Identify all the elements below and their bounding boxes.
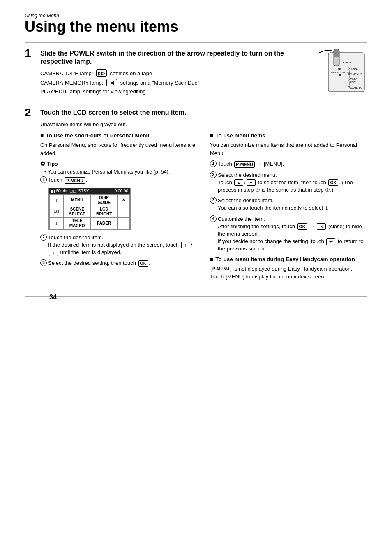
down-btn: ↓: [49, 250, 58, 256]
page-subtitle: Using the Menu: [25, 13, 59, 19]
personal-menu-text: On Personal Menu, short-cuts for frequen…: [40, 141, 198, 157]
footer: 34: [25, 297, 367, 317]
svg-text:TAPE: TAPE: [351, 67, 358, 70]
use-menu-heading: To use menu items: [210, 132, 367, 139]
menu-screenshot: ▮▮60min ◻◻ STBY 0:00:00 ↑ MENU DISPGUIDE…: [48, 188, 131, 230]
svg-point-3: [338, 68, 341, 70]
ok-btn-3: OK: [297, 223, 307, 230]
page-number: 34: [49, 294, 57, 301]
circled-3: 3: [40, 259, 47, 266]
easy-handycam-text: P-MENU is not displayed during Easy Hand…: [210, 265, 367, 281]
camera-memory-text: settings on a "Memory Stick Duo": [119, 80, 199, 86]
menu-top-bar-left: ▮▮60min ◻◻ STBY: [51, 189, 89, 193]
menu-grid: ↑ MENU DISPGUIDE × 1/3 SCENESELECT LCDBR…: [49, 194, 130, 229]
up-arrow-btn: ▲: [234, 179, 243, 186]
left-step-1: 1 Touch P-MENU.: [40, 176, 198, 184]
power-switch-svg: POWER MODE ON OFF TAPE MEMORY PLAY EDIT …: [306, 45, 367, 95]
svg-text:CAMERA: CAMERA: [350, 86, 362, 89]
menu-item-menu: MENU: [64, 194, 91, 206]
step-1: 1 Slide the POWER switch in the directio…: [25, 49, 367, 97]
svg-text:MODE: MODE: [331, 71, 339, 74]
menu-page-num: 1/3: [49, 206, 64, 218]
camera-tape-text: settings on a tape: [108, 70, 152, 76]
right-step-1: 1 Touch P-MENU → [MENU].: [210, 160, 367, 168]
ok-btn-1: OK: [138, 260, 148, 267]
circled-2: 2: [40, 234, 47, 241]
left-column: To use the short-cuts of Personal Menu O…: [40, 132, 198, 284]
menu-item-lcd-bright: LCDBRIGHT: [91, 206, 118, 218]
menu-cell-empty: [118, 206, 130, 218]
right-circled-2: 2: [210, 171, 217, 178]
step-1-heading: Slide the POWER switch in the direction …: [40, 49, 297, 67]
camera-memory-label: CAMERA-MEMORY lamp:: [40, 80, 105, 86]
menu-status: ▮▮60min ◻◻ STBY: [51, 189, 89, 193]
right-step-3-content: Select the desired item. You can also to…: [218, 197, 367, 212]
menu-down-arrow: ↓: [49, 218, 64, 229]
svg-rect-2: [334, 50, 339, 57]
left-step-1-content: Touch P-MENU.: [48, 176, 198, 184]
right-step-4-content: Customize the item. After finishing the …: [218, 215, 367, 253]
menu-item-fader: FADER: [91, 218, 118, 229]
menu-top-bar: ▮▮60min ◻◻ STBY 0:00:00: [49, 188, 130, 194]
easy-handycam-heading: To use menu items during Easy Handycam o…: [210, 256, 367, 262]
camera-memory-line: CAMERA-MEMORY lamp: ◀ settings on a "Mem…: [40, 79, 297, 86]
tips-icon: ✿: [40, 160, 45, 167]
right-circled-3: 3: [210, 197, 217, 204]
ok-btn-2: OK: [328, 179, 338, 186]
pmenu-box-2: P-MENU: [234, 161, 254, 168]
step-2-subtext: Unavailable items will be grayed out.: [40, 120, 367, 129]
play-edit-text: PLAY/EDIT lamp: settings for viewing/edi…: [40, 88, 146, 95]
menu-item-disp-guide: DISPGUIDE: [91, 194, 118, 206]
left-step-3: 3 Select the desired setting, then touch…: [40, 259, 198, 267]
menu-item-scene-select: SCENESELECT: [64, 206, 91, 218]
menu-cell-empty-2: [118, 218, 130, 229]
camera-tape-label: CAMERA-TAPE lamp:: [40, 70, 95, 76]
step-2: 2 Touch the LCD screen to select the men…: [25, 109, 367, 284]
right-step-3: 3 Select the desired item. You can also …: [210, 197, 367, 212]
circled-1: 1: [40, 176, 47, 183]
down-arrow-btn: ▼: [247, 179, 256, 186]
right-circled-4: 4: [210, 215, 217, 222]
left-step-2: 2 Touch the desired item. If the desired…: [40, 234, 198, 257]
play-edit-line: PLAY/EDIT lamp: settings for viewing/edi…: [40, 88, 297, 95]
menu-item-tele-macro: TELEMACRO: [64, 218, 91, 229]
step-1-number: 1: [25, 48, 40, 59]
camera-tape-line: CAMERA-TAPE lamp: ▷▷ settings on a tape: [40, 69, 297, 77]
right-step-1-content: Touch P-MENU → [MENU].: [218, 160, 367, 168]
memory-icon: ◀: [106, 79, 117, 86]
personal-menu-heading: To use the short-cuts of Personal Menu: [40, 132, 198, 139]
right-circled-1: 1: [210, 160, 217, 167]
svg-text:POWER: POWER: [342, 61, 351, 64]
use-menu-text: You can customize menu items that are no…: [210, 141, 367, 157]
svg-point-7: [339, 74, 341, 76]
step-2-content: Touch the LCD screen to select the menu …: [40, 109, 367, 284]
menu-time: 0:00:00: [115, 189, 128, 193]
step-2-heading: Touch the LCD screen to select the menu …: [40, 109, 367, 117]
left-step-3-content: Select the desired setting, then touch O…: [48, 259, 198, 267]
left-step-2-content: Touch the desired item. If the desired i…: [48, 234, 198, 257]
close-btn: ×: [317, 223, 326, 230]
section-divider-1: [25, 42, 367, 43]
step-2-number: 2: [25, 107, 40, 118]
back-btn: ↩: [326, 238, 335, 245]
tips-heading: ✿ Tips: [40, 160, 198, 167]
right-step-2-content: Select the desired menu. Touch ▲/▼ to se…: [218, 171, 367, 194]
power-switch-diagram: POWER MODE ON OFF TAPE MEMORY PLAY EDIT …: [306, 45, 367, 95]
menu-close-btn: ×: [118, 194, 130, 206]
right-step-2: 2 Select the desired menu. Touch ▲/▼ to …: [210, 171, 367, 194]
pmenu-box-3: P-MENU: [211, 266, 231, 272]
pmenu-box: P-MENU: [65, 177, 85, 184]
right-step-4: 4 Customize the item. After finishing th…: [210, 215, 367, 253]
step-1-content: Slide the POWER switch in the direction …: [40, 49, 367, 97]
up-btn: ↑: [181, 242, 190, 248]
step-1-text: Slide the POWER switch in the direction …: [40, 49, 297, 97]
tape-icon: ▷▷: [96, 69, 107, 77]
right-column: To use menu items You can customize menu…: [210, 132, 367, 284]
page-title: Using the menu items: [25, 19, 367, 35]
svg-text:PLAY: PLAY: [350, 78, 357, 81]
svg-text:EDIT: EDIT: [350, 81, 356, 84]
menu-up-arrow: ↑: [49, 194, 64, 206]
tips-item-1: You can customize Personal Menu as you l…: [44, 169, 198, 175]
section-divider-2: [25, 102, 367, 102]
two-column-section: To use the short-cuts of Personal Menu O…: [40, 132, 367, 284]
